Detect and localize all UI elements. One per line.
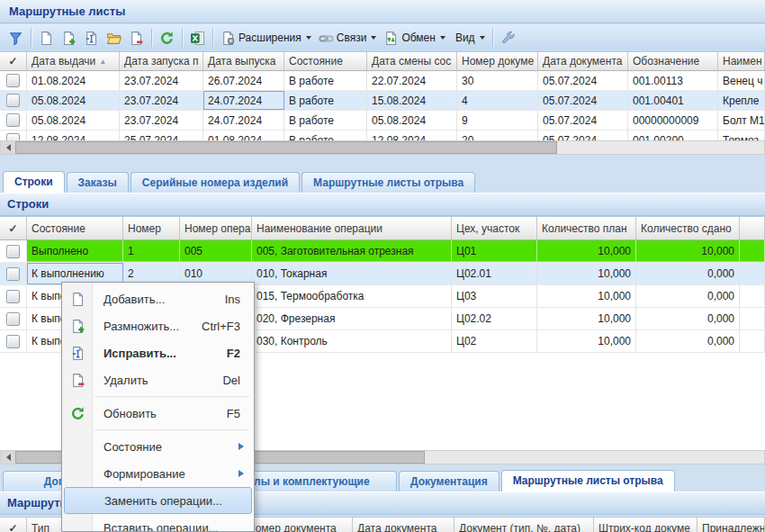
select-all-column-header[interactable]: ✓: [0, 52, 27, 70]
cell[interactable]: 0,000: [636, 330, 740, 352]
menu-state[interactable]: Состояние: [64, 433, 252, 460]
cell[interactable]: 24.07.2024: [203, 91, 284, 110]
column-header[interactable]: Дата смены сос: [367, 52, 457, 70]
cell[interactable]: 05.07.2024: [538, 71, 628, 90]
row-checkbox[interactable]: [6, 267, 20, 281]
cell[interactable]: 05.07.2024: [538, 131, 628, 140]
cell[interactable]: 05.08.2024: [27, 111, 120, 130]
column-header[interactable]: Состояние: [27, 217, 123, 239]
cell[interactable]: [740, 263, 765, 284]
column-header[interactable]: Номер докуме: [457, 52, 538, 70]
cell[interactable]: 00000000009: [628, 111, 718, 130]
row-checkbox[interactable]: [6, 94, 20, 107]
checkbox-cell[interactable]: [0, 91, 27, 110]
column-header[interactable]: Номер опера: [180, 217, 252, 239]
column-header[interactable]: Дата запуска п: [120, 52, 203, 70]
cell[interactable]: 20: [457, 131, 538, 140]
excel-export-button[interactable]: [187, 28, 208, 49]
cell[interactable]: 26.07.2024: [203, 71, 284, 90]
scroll-left-button[interactable]: [1, 141, 15, 154]
cell[interactable]: В работе: [284, 71, 367, 90]
column-header[interactable]: Наименование операции: [252, 217, 452, 239]
column-header[interactable]: Состояние: [284, 52, 367, 70]
row-checkbox[interactable]: [6, 312, 20, 326]
open-button[interactable]: [104, 28, 124, 49]
cell[interactable]: 30: [457, 71, 538, 90]
cell[interactable]: 24.07.2024: [203, 111, 284, 130]
checkbox-cell[interactable]: [0, 308, 27, 329]
cell[interactable]: В работе: [284, 91, 367, 110]
cell[interactable]: [740, 308, 765, 329]
cell[interactable]: 15.08.2024: [367, 91, 457, 110]
cell[interactable]: 005: [180, 240, 252, 262]
filter-button[interactable]: [5, 28, 26, 49]
tab-serial-numbers[interactable]: Серийные номера изделий: [130, 172, 300, 193]
cell[interactable]: 001.00200: [628, 131, 718, 140]
cell[interactable]: [740, 330, 765, 352]
refresh-button[interactable]: [157, 28, 177, 49]
cell[interactable]: 030, Контроль: [252, 330, 452, 352]
cell[interactable]: Тормоз: [718, 131, 765, 140]
tab-tear-off-route-sheets[interactable]: Маршрутные листы отрыва: [501, 470, 675, 491]
cell[interactable]: 9: [457, 111, 538, 130]
checkbox-cell[interactable]: [0, 131, 27, 140]
column-header[interactable]: Наимен: [718, 52, 765, 70]
menu-duplicate[interactable]: Размножить...Ctrl+F3: [64, 312, 252, 339]
edit-button[interactable]: [81, 28, 102, 49]
row-checkbox[interactable]: [6, 113, 20, 127]
column-header[interactable]: [740, 217, 765, 239]
column-header[interactable]: Цех, участок: [452, 217, 537, 239]
cell[interactable]: 010, Токарная: [252, 263, 452, 284]
cell[interactable]: Ц02: [452, 330, 537, 352]
cell[interactable]: 10,000: [537, 263, 636, 284]
checkbox-cell[interactable]: [0, 71, 27, 90]
tab-documentation[interactable]: Документация: [399, 471, 500, 491]
checkbox-cell[interactable]: [0, 285, 27, 307]
settings-button[interactable]: [498, 28, 518, 49]
exchange-menu[interactable]: Обмен: [381, 28, 448, 49]
row-checkbox[interactable]: [6, 290, 20, 303]
cell[interactable]: Ц02.01: [452, 263, 537, 284]
cell[interactable]: В работе: [284, 111, 367, 130]
cell[interactable]: Выполнено: [27, 240, 123, 262]
cell[interactable]: 12.08.2024: [27, 131, 120, 140]
cell[interactable]: 020, Фрезерная: [252, 308, 452, 329]
cell[interactable]: Ц01: [452, 240, 537, 262]
column-header[interactable]: Штрих-код докуме: [594, 518, 698, 532]
table-row[interactable]: 05.08.202423.07.202424.07.2024В работе05…: [0, 111, 765, 131]
cell[interactable]: 05.07.2024: [538, 111, 628, 130]
cell[interactable]: 05.08.2024: [27, 91, 120, 110]
cell[interactable]: 015, Термообработка: [252, 285, 452, 307]
select-all-column-header[interactable]: ✓: [0, 518, 27, 532]
menu-formation[interactable]: Формирование: [64, 460, 252, 487]
cell[interactable]: 23.07.2024: [120, 111, 203, 130]
table-row[interactable]: 12.08.202425.07.202401.08.2024В работе12…: [0, 131, 765, 140]
cell[interactable]: 001.00113: [628, 71, 718, 90]
checkbox-cell[interactable]: [0, 330, 27, 352]
scroll-left-button[interactable]: [1, 451, 15, 464]
column-header[interactable]: Номер документа: [243, 518, 353, 532]
cell[interactable]: [740, 285, 765, 307]
cell[interactable]: 01.08.2024: [203, 131, 284, 140]
table-row[interactable]: Выполнено1005005, Заготовительная отрезн…: [0, 240, 765, 263]
tab-rows[interactable]: Строки: [3, 171, 65, 193]
row-checkbox[interactable]: [6, 245, 20, 258]
checkbox-cell[interactable]: [0, 263, 27, 284]
tab-orders[interactable]: Заказы: [67, 172, 129, 193]
column-header[interactable]: Обозначение: [628, 52, 718, 70]
links-menu[interactable]: Связи: [316, 28, 380, 49]
cell[interactable]: 10,000: [537, 240, 636, 262]
add-button[interactable]: [36, 28, 57, 49]
route-sheets-horizontal-scrollbar[interactable]: [0, 140, 765, 155]
extensions-menu[interactable]: Расширения: [218, 28, 314, 49]
cell[interactable]: 10,000: [537, 285, 636, 307]
menu-edit[interactable]: Исправить...F2: [64, 339, 252, 366]
row-checkbox[interactable]: [6, 335, 20, 348]
column-header[interactable]: Дата выдачи▲: [27, 52, 120, 70]
menu-insert-operations[interactable]: Вставить операции...: [64, 514, 252, 532]
cell[interactable]: 01.08.2024: [27, 71, 120, 90]
cell[interactable]: 25.07.2024: [120, 131, 203, 140]
column-header[interactable]: Принадлежн: [698, 518, 765, 532]
select-all-column-header[interactable]: ✓: [0, 217, 27, 239]
column-header[interactable]: Дата выпуска: [203, 52, 284, 70]
